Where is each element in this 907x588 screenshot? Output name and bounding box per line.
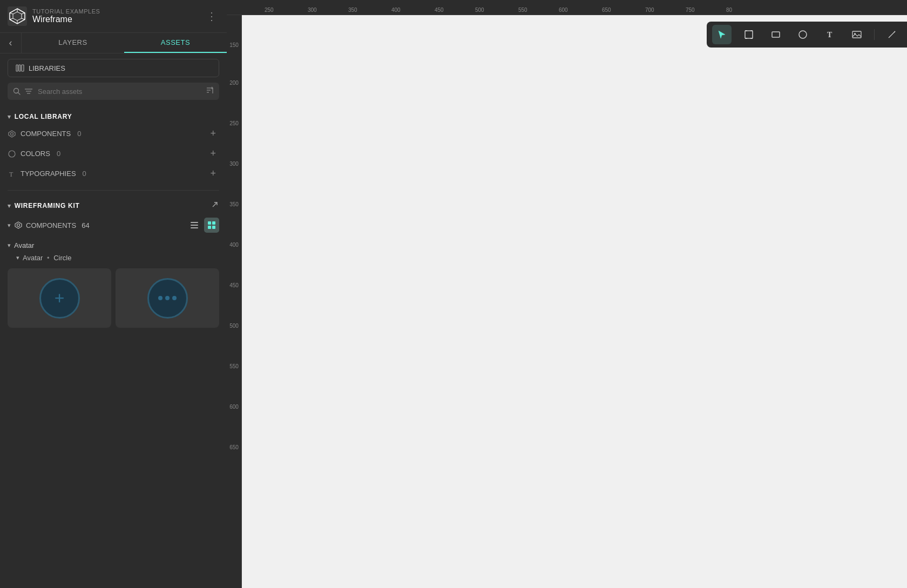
section-divider xyxy=(8,190,219,191)
avatar-more-circle xyxy=(147,278,188,319)
svg-text:T: T xyxy=(9,171,13,178)
svg-text:T: T xyxy=(827,31,832,39)
wireframing-components-label: COMPONENTS xyxy=(26,221,76,229)
avatar-dot-3 xyxy=(172,296,177,300)
local-typographies-item: T TYPOGRAPHIES 0 + xyxy=(8,164,219,184)
avatar-circle-section-title[interactable]: ▾ Avatar • Circle xyxy=(8,252,219,264)
colors-icon xyxy=(8,150,16,158)
typography-icon: T xyxy=(8,170,16,178)
ruler-label-vert-600: 600 xyxy=(229,404,239,410)
more-menu-button[interactable]: ⋮ xyxy=(204,8,219,25)
search-bar xyxy=(8,83,219,100)
ruler-label-vert-450: 450 xyxy=(229,282,239,288)
ruler-label-600: 600 xyxy=(559,7,568,13)
list-view-button[interactable] xyxy=(187,218,202,233)
wireframing-kit-title[interactable]: ▾ WIREFRAMING KIT xyxy=(8,202,80,209)
ruler-label-650: 650 xyxy=(602,7,611,13)
ruler-label-vert-250: 250 xyxy=(229,120,239,126)
pen-tool-button[interactable] xyxy=(882,25,902,44)
local-typographies-label: TYPOGRAPHIES xyxy=(21,170,76,178)
ruler-label-vert-150: 150 xyxy=(229,42,239,48)
avatar-add-card[interactable]: + xyxy=(8,268,111,328)
avatar-add-circle: + xyxy=(39,278,80,319)
cursor-tool-button[interactable] xyxy=(712,25,732,44)
ruler-label-750: 750 xyxy=(686,7,695,13)
circle-tool-icon xyxy=(798,30,808,39)
svg-rect-27 xyxy=(191,225,198,226)
local-library-title[interactable]: ▾ LOCAL LIBRARY xyxy=(8,113,72,120)
tab-layers[interactable]: LAYERS xyxy=(22,33,124,53)
frame-tool-icon xyxy=(744,30,754,39)
ruler-label-700: 700 xyxy=(645,7,654,13)
ruler-label-800: 80 xyxy=(726,7,732,13)
wireframing-kit-header: ▾ WIREFRAMING KIT xyxy=(8,197,219,214)
tab-assets[interactable]: ASSETS xyxy=(124,33,227,53)
sidebar: TUTORIAL EXAMPLES Wireframe ⋮ ‹ LAYERS A… xyxy=(0,0,227,588)
cursor-tool-icon xyxy=(717,30,727,39)
ruler-label-vert-300: 300 xyxy=(229,161,239,167)
list-view-icon xyxy=(191,222,198,228)
wireframing-kit-link-button[interactable] xyxy=(211,200,219,211)
ruler-label-550: 550 xyxy=(518,7,527,13)
wireframing-kit-section: ▾ WIREFRAMING KIT ▾ COMPONENTS 64 xyxy=(0,193,227,337)
svg-rect-9 xyxy=(16,65,18,71)
svg-rect-31 xyxy=(208,226,211,229)
panel-tabs: ‹ LAYERS ASSETS xyxy=(0,33,227,53)
search-input[interactable] xyxy=(38,87,201,96)
dot-separator: • xyxy=(47,254,50,262)
ruler-label-vert-550: 550 xyxy=(229,363,239,369)
svg-rect-32 xyxy=(212,226,215,229)
avatar-section-title[interactable]: ▾ Avatar xyxy=(8,239,219,252)
svg-rect-10 xyxy=(19,65,21,71)
local-typographies-count: 0 xyxy=(83,170,86,178)
image-tool-button[interactable] xyxy=(847,25,867,44)
grid-view-icon xyxy=(208,221,215,229)
svg-line-24 xyxy=(213,202,217,207)
rect-tool-icon xyxy=(771,30,781,39)
components-chevron: ▾ xyxy=(8,222,11,229)
app-subtitle: TUTORIAL EXAMPLES xyxy=(32,8,199,15)
svg-rect-11 xyxy=(22,65,24,71)
external-link-icon xyxy=(211,200,219,209)
text-tool-button[interactable]: T xyxy=(820,25,840,44)
frame-tool-button[interactable] xyxy=(739,25,759,44)
svg-rect-29 xyxy=(208,221,211,225)
avatar-dot-1 xyxy=(158,296,163,300)
wireframing-components-count: 64 xyxy=(82,221,89,229)
app-logo-icon xyxy=(8,6,27,26)
add-component-button[interactable]: + xyxy=(207,127,219,140)
svg-point-21 xyxy=(11,132,13,135)
add-color-button[interactable]: + xyxy=(207,147,219,160)
local-colors-item: COLORS 0 + xyxy=(8,144,219,164)
avatar-dot-2 xyxy=(165,296,170,300)
local-library-label: LOCAL LIBRARY xyxy=(15,113,72,120)
ruler-label-vert-200: 200 xyxy=(229,80,239,86)
circle-tool-button[interactable] xyxy=(793,25,813,44)
wireframing-components-left[interactable]: ▾ COMPONENTS 64 xyxy=(8,221,90,229)
app-header: TUTORIAL EXAMPLES Wireframe ⋮ xyxy=(0,0,227,33)
canvas-area[interactable] xyxy=(242,15,907,588)
svg-line-43 xyxy=(894,31,895,32)
avatar-more-card[interactable] xyxy=(116,268,219,328)
rect-tool-button[interactable] xyxy=(766,25,786,44)
header-text: TUTORIAL EXAMPLES Wireframe xyxy=(32,8,199,24)
app-title: Wireframe xyxy=(32,15,199,24)
ruler-label-vert-650: 650 xyxy=(229,444,239,450)
toolbar-divider xyxy=(874,29,875,40)
local-colors-count: 0 xyxy=(57,150,60,158)
svg-line-13 xyxy=(18,93,21,95)
ruler-label-500: 500 xyxy=(475,7,484,13)
avatar-plus-icon: + xyxy=(55,288,65,308)
back-button[interactable]: ‹ xyxy=(0,33,22,53)
libraries-button[interactable]: LIBRARIES xyxy=(8,59,219,77)
pen-tool-icon xyxy=(887,30,897,39)
avatar-chevron: ▾ xyxy=(8,242,11,249)
grid-view-button[interactable] xyxy=(204,218,219,233)
sort-button[interactable] xyxy=(205,86,214,97)
sort-icon xyxy=(205,86,214,94)
component-cards-grid: + xyxy=(8,264,219,332)
add-typography-button[interactable]: + xyxy=(207,167,219,180)
ruler-label-250: 250 xyxy=(265,7,274,13)
image-tool-icon xyxy=(852,30,862,39)
wireframing-kit-label: WIREFRAMING KIT xyxy=(15,202,80,209)
